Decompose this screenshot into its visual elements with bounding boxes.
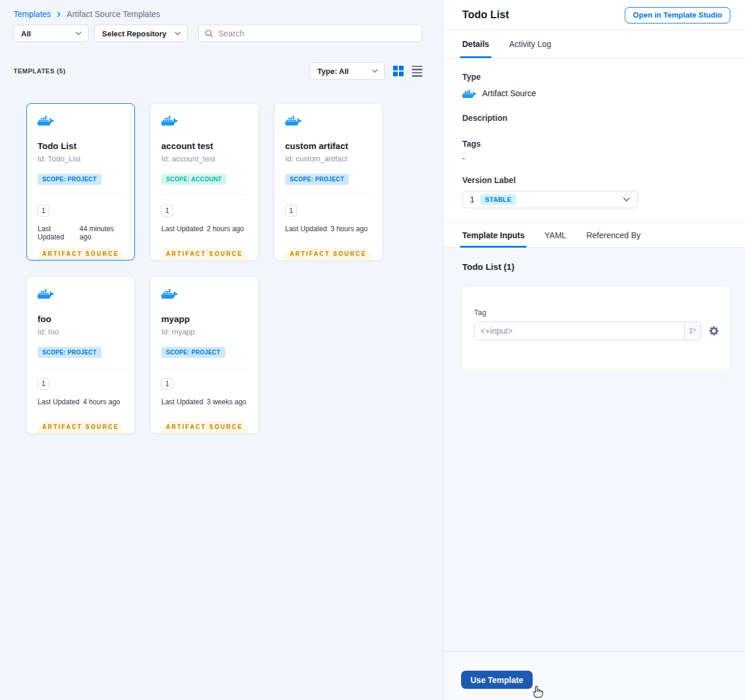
template-card-todo-list[interactable]: Todo List Id: Todo_List SCOPE: PROJECT 1… [26,103,135,261]
docker-icon [161,116,178,126]
last-updated: Last Updated3 weeks ago [161,398,248,406]
version-value: 1 [470,195,475,204]
version-count: 1 [161,378,173,390]
tab-template-inputs[interactable]: Template Inputs [462,223,524,247]
divider [38,368,124,368]
filter-row: All Select Repository [13,25,422,42]
scope-badge: SCOPE: PROJECT [285,174,349,185]
template-id: Id: account_test [161,154,248,163]
details-header: Todo List Open in Template Studio [443,0,745,31]
version-dropdown[interactable]: 1 STABLE [462,191,638,208]
template-id: Id: foo [38,327,124,336]
template-name: account test [161,141,248,151]
expression-sigma-icon[interactable]: Σˣ [684,322,700,340]
version-count: 1 [161,205,173,217]
template-id: Id: Todo_List [38,154,124,163]
repository-filter-value: Select Repository [102,29,167,38]
search-input[interactable] [218,29,416,38]
docker-icon [38,289,54,299]
docker-icon [161,289,178,299]
scope-badge: SCOPE: PROJECT [38,174,101,185]
template-name: foo [38,314,124,324]
search-box [198,25,422,42]
list-view-icon [412,66,422,77]
template-name: Todo List [38,141,124,151]
details-tab-bar: Details Activity Log [443,31,745,58]
template-details-panel: Todo List Open in Template Studio Detail… [443,0,745,700]
artifact-source-ribbon: ARTIFACT SOURCE [160,421,249,433]
tag-input-wrap: Σˣ [474,322,701,340]
template-id: Id: myapp [161,327,248,336]
template-card-custom-artifact[interactable]: custom artifact Id: custom_artifact SCOP… [274,103,382,261]
template-list-panel: Templates Artifact Source Templates All … [0,0,443,700]
open-in-template-studio-button[interactable]: Open in Template Studio [625,7,730,23]
inputs-form-card: Tag Σˣ [462,287,730,370]
stable-badge: STABLE [480,194,516,205]
last-updated: Last Updated2 hours ago [161,225,248,233]
chevron-down-icon [622,195,631,204]
tab-yaml[interactable]: YAML [544,223,566,247]
tags-value: - [462,154,726,163]
last-updated: Last Updated44 minutes ago [38,225,124,241]
type-label: Type [462,72,726,82]
chevron-down-icon [371,67,378,75]
version-count: 1 [38,205,49,217]
inputs-heading: Todo List (1) [462,262,730,272]
template-cards-grid: Todo List Id: Todo_List SCOPE: PROJECT 1… [26,103,443,434]
app-root: Templates Artifact Source Templates All … [0,0,745,700]
use-template-button[interactable]: Use Template [461,671,533,689]
description-label: Description [462,113,726,123]
scope-filter-dropdown[interactable]: All [13,25,89,42]
list-view-button[interactable] [412,66,422,77]
templates-count-label: TEMPLATES (5) [13,67,66,75]
chevron-down-icon [75,30,82,37]
tag-field-label: Tag [474,308,719,317]
tab-referenced-by[interactable]: Referenced By [586,223,641,247]
tag-settings-button[interactable] [709,326,719,336]
last-updated: Last Updated4 hours ago [38,398,124,406]
type-filter-value: Type: All [317,67,348,76]
template-id: Id: custom_artifact [285,154,371,163]
tags-label: Tags [462,139,726,148]
template-card-myapp[interactable]: myapp Id: myapp SCOPE: PROJECT 1 Last Up… [150,276,259,434]
list-header: TEMPLATES (5) Type: All [13,62,422,80]
docker-icon [38,116,54,126]
inputs-tab-bar: Template Inputs YAML Referenced By [443,222,745,248]
template-card-foo[interactable]: foo Id: foo SCOPE: PROJECT 1 Last Update… [26,276,135,434]
grid-view-button[interactable] [393,66,404,76]
breadcrumb-current: Artifact Source Templates [67,9,160,19]
hand-cursor-icon [531,686,543,698]
template-inputs-content: Todo List (1) Tag Σˣ [443,248,745,651]
details-footer: Use Template [443,651,745,700]
repository-filter-dropdown[interactable]: Select Repository [94,25,188,42]
search-icon [205,29,214,38]
artifact-source-ribbon: ARTIFACT SOURCE [160,248,249,260]
details-section: Type Artifact Source Description Tags - … [443,58,745,222]
version-count: 1 [285,205,297,217]
scope-badge: SCOPE: PROJECT [161,347,225,358]
page-title: Todo List [462,9,509,21]
divider [285,195,371,195]
breadcrumb: Templates Artifact Source Templates [13,9,422,19]
tag-input[interactable] [475,322,684,340]
gear-icon [709,326,719,336]
chevron-down-icon [174,30,181,37]
docker-icon [285,116,302,126]
scope-badge: SCOPE: ACCOUNT [161,174,226,185]
divider [38,195,124,195]
last-updated: Last Updated3 hours ago [285,225,371,233]
chevron-right-icon [56,11,62,18]
tab-details[interactable]: Details [462,31,489,58]
type-filter-dropdown[interactable]: Type: All [310,62,385,80]
artifact-source-ribbon: ARTIFACT SOURCE [36,248,126,260]
breadcrumb-templates-link[interactable]: Templates [13,9,51,19]
template-name: myapp [161,314,248,324]
template-card-account-test[interactable]: account test Id: account_test SCOPE: ACC… [150,103,259,261]
template-name: custom artifact [285,141,371,151]
version-label: Version Label [462,175,726,185]
scope-badge: SCOPE: PROJECT [38,347,101,358]
docker-icon [462,89,476,98]
tab-activity-log[interactable]: Activity Log [509,31,551,58]
type-value: Artifact Source [482,89,536,98]
version-count: 1 [38,378,49,390]
